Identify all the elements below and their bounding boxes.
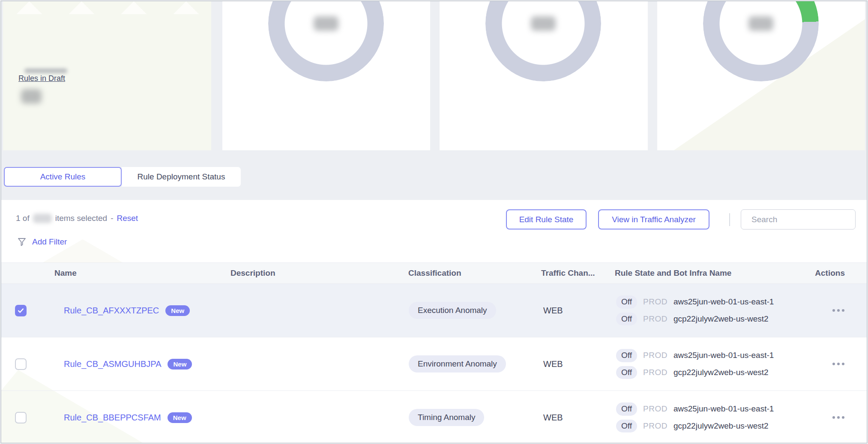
env-label: PROD: [643, 421, 667, 431]
summary-band: Rules in Draft Active Rules Rule Deploym…: [1, 1, 867, 200]
classification-cell: Environment Anomaly: [393, 355, 526, 372]
checkbox-cell: [1, 358, 40, 370]
state-line: Off PROD aws25jun-web-01-us-east-1: [616, 402, 803, 416]
actions-cell: [803, 414, 868, 421]
rule-name-link[interactable]: Rule_CB_ASMGUHBJPA: [64, 359, 161, 369]
toolbar: 1 of items selected - Reset Edit Rule St…: [1, 209, 867, 231]
classification-pill: Environment Anomaly: [409, 355, 506, 372]
donut-chart: [268, 1, 384, 81]
rule-name-link[interactable]: Rule_CB_AFXXXTZPEC: [64, 306, 159, 316]
header-description: Description: [216, 268, 393, 278]
infra-name: aws25jun-web-01-us-east-1: [673, 404, 774, 414]
header-name: Name: [40, 268, 216, 278]
redacted-count-blur: [21, 89, 42, 104]
check-icon: [17, 307, 24, 314]
state-pill: Off: [616, 295, 637, 309]
toolbar-divider: [729, 213, 730, 226]
state-pill: Off: [616, 402, 637, 416]
reset-link[interactable]: Reset: [117, 214, 138, 223]
add-filter-label: Add Filter: [32, 237, 67, 247]
traffic-channel-cell: WEB: [526, 306, 600, 316]
table-row: Rule_CB_BBEPPCSFAM New Timing Anomaly WE…: [1, 390, 867, 444]
traffic-channel-cell: WEB: [526, 413, 600, 423]
infra-name: gcp22julyw2web-us-west2: [673, 314, 769, 324]
classification-cell: Timing Anomaly: [393, 409, 526, 426]
redacted-total-blur: [33, 214, 52, 223]
tab-active-rules[interactable]: Active Rules: [4, 167, 122, 187]
main-content: 1 of items selected - Reset Edit Rule St…: [1, 200, 867, 443]
redacted-value-blur: [748, 16, 773, 31]
env-label: PROD: [643, 404, 667, 414]
selection-separator: -: [111, 214, 113, 223]
actions-menu-icon[interactable]: [832, 360, 845, 368]
checkbox-cell: [1, 305, 40, 316]
redacted-text-blur: [24, 69, 67, 73]
classification-cell: Execution Anomaly: [393, 302, 526, 319]
rules-in-draft-card: Rules in Draft: [3, 1, 211, 150]
actions-cell: [803, 360, 868, 368]
header-rule-state: Rule State and Bot Infra Name: [600, 268, 803, 278]
app-window: Rules in Draft Active Rules Rule Deploym…: [0, 0, 868, 444]
rule-state-cell: Off PROD aws25jun-web-01-us-east-1 Off P…: [600, 402, 803, 433]
rules-in-draft-link[interactable]: Rules in Draft: [18, 74, 65, 83]
new-badge: New: [168, 359, 192, 370]
redacted-value-blur: [531, 16, 556, 31]
new-badge: New: [165, 305, 190, 316]
env-label: PROD: [643, 368, 667, 377]
state-pill: Off: [616, 313, 637, 326]
rule-state-cell: Off PROD aws25jun-web-01-us-east-1 Off P…: [600, 295, 803, 326]
zigzag-watermark: [3, 1, 211, 14]
search-input[interactable]: [751, 215, 857, 225]
rule-state-cell: Off PROD aws25jun-web-01-us-east-1 Off P…: [600, 349, 803, 379]
donut-chart: [485, 1, 601, 81]
add-filter-button[interactable]: Add Filter: [17, 237, 67, 247]
env-label: PROD: [643, 297, 667, 307]
actions-menu-icon[interactable]: [832, 414, 845, 421]
row-checkbox-unchecked[interactable]: [15, 412, 27, 423]
view-in-traffic-analyzer-button[interactable]: View in Traffic Analyzer: [598, 209, 709, 229]
state-line: Off PROD gcp22julyw2web-us-west2: [616, 420, 803, 433]
infra-name: gcp22julyw2web-us-west2: [673, 421, 769, 431]
state-line: Off PROD gcp22julyw2web-us-west2: [616, 313, 803, 326]
table-row: Rule_CB_AFXXXTZPEC New Execution Anomaly…: [1, 284, 867, 337]
infra-name: aws25jun-web-01-us-east-1: [673, 297, 774, 307]
donut-card-1: [222, 1, 430, 150]
selection-prefix: 1 of: [16, 214, 30, 223]
state-pill: Off: [616, 349, 637, 362]
donut-card-3: [657, 1, 865, 150]
new-badge: New: [168, 412, 192, 423]
selection-suffix: items selected: [55, 214, 107, 223]
tab-rule-deployment-status[interactable]: Rule Deployment Status: [122, 167, 241, 187]
row-checkbox-checked[interactable]: [15, 305, 27, 316]
table-row: Rule_CB_ASMGUHBJPA New Environment Anoma…: [1, 337, 867, 390]
classification-pill: Timing Anomaly: [409, 409, 484, 426]
traffic-channel-cell: WEB: [526, 359, 600, 369]
table-header-row: Name Description Classification Traffic …: [1, 262, 867, 284]
state-line: Off PROD aws25jun-web-01-us-east-1: [616, 349, 803, 362]
search-box[interactable]: [741, 209, 856, 229]
state-pill: Off: [616, 366, 637, 379]
redacted-value-blur: [314, 16, 338, 31]
state-line: Off PROD gcp22julyw2web-us-west2: [616, 366, 803, 379]
selection-status: 1 of items selected - Reset: [16, 214, 138, 223]
rules-table: Name Description Classification Traffic …: [1, 262, 867, 443]
filter-funnel-icon: [17, 237, 27, 247]
header-classification: Classification: [393, 268, 526, 278]
header-traffic-channel: Traffic Chan...: [526, 268, 600, 278]
edit-rule-state-button[interactable]: Edit Rule State: [506, 209, 587, 229]
name-cell: Rule_CB_BBEPPCSFAM New: [40, 412, 216, 423]
name-cell: Rule_CB_ASMGUHBJPA New: [40, 359, 216, 370]
rules-tabs: Active Rules Rule Deployment Status: [4, 167, 241, 187]
infra-name: gcp22julyw2web-us-west2: [673, 368, 769, 377]
infra-name: aws25jun-web-01-us-east-1: [673, 351, 774, 360]
classification-pill: Execution Anomaly: [409, 302, 496, 319]
header-actions: Actions: [803, 268, 868, 278]
row-checkbox-unchecked[interactable]: [15, 358, 27, 370]
state-line: Off PROD aws25jun-web-01-us-east-1: [616, 295, 803, 309]
state-pill: Off: [616, 420, 637, 433]
env-label: PROD: [643, 314, 667, 324]
actions-menu-icon[interactable]: [832, 307, 845, 314]
checkbox-cell: [1, 412, 40, 423]
rule-name-link[interactable]: Rule_CB_BBEPPCSFAM: [64, 413, 161, 423]
name-cell: Rule_CB_AFXXXTZPEC New: [40, 305, 216, 316]
